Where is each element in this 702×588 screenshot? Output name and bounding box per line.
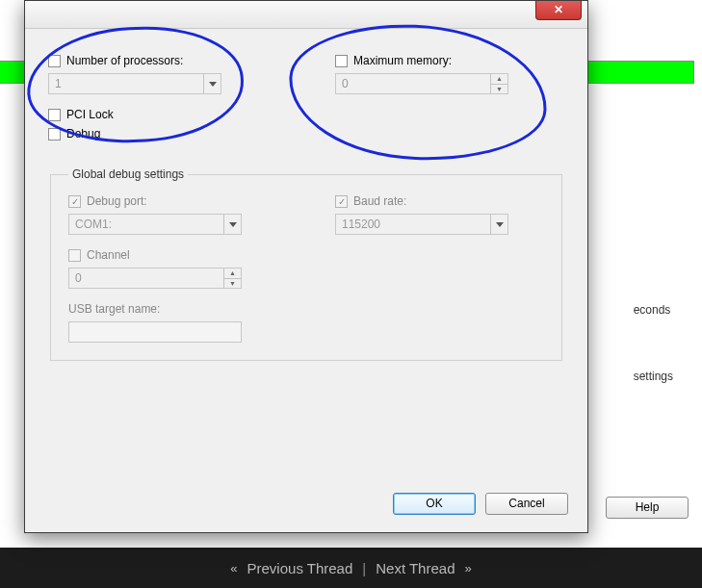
global-debug-settings-group: Global debug settings ✓ Debug port: COM1… <box>50 167 562 361</box>
chevron-down-icon <box>203 74 221 93</box>
baud-rate-checkbox: ✓ <box>335 195 348 208</box>
pci-lock-label: PCI Lock <box>66 108 114 121</box>
usb-target-input <box>68 321 242 343</box>
parent-right-fragments: econds settings <box>634 303 673 436</box>
pci-lock-checkbox[interactable] <box>48 109 61 121</box>
boot-advanced-options-dialog: ✕ Number of processors: 1 PCI Lock <box>24 0 588 533</box>
double-chevron-left-icon: « <box>230 561 237 575</box>
parent-help-button[interactable]: Help <box>606 497 689 519</box>
channel-checkbox <box>68 249 81 262</box>
num-processors-value: 1 <box>55 77 62 90</box>
cancel-button[interactable]: Cancel <box>485 493 568 515</box>
num-processors-combo[interactable]: 1 <box>48 73 221 94</box>
spinner-down-icon: ▼ <box>224 279 241 289</box>
debug-checkbox[interactable] <box>48 128 61 141</box>
parent-left-fragments: t Tech (C ed o ns l bo inir lter ctiv et… <box>0 28 11 394</box>
spinner-down-icon[interactable]: ▼ <box>491 85 507 94</box>
spinner-up-icon[interactable]: ▲ <box>491 74 507 85</box>
channel-label: Channel <box>87 248 130 262</box>
chevron-down-icon <box>490 215 507 234</box>
debug-port-checkbox: ✓ <box>68 195 81 208</box>
prev-thread-link[interactable]: Previous Thread <box>247 560 353 576</box>
global-debug-legend: Global debug settings <box>68 167 188 181</box>
next-thread-link[interactable]: Next Thread <box>376 560 455 576</box>
debug-port-combo: COM1: <box>68 214 242 235</box>
channel-value: 0 <box>75 271 82 285</box>
max-memory-checkbox[interactable] <box>335 55 348 67</box>
double-chevron-right-icon: » <box>464 561 471 575</box>
dialog-close-button[interactable]: ✕ <box>535 1 582 20</box>
separator: | <box>362 560 366 576</box>
thread-nav-bar: « Previous Thread | Next Thread » <box>0 548 702 588</box>
num-processors-label: Number of processors: <box>66 54 183 67</box>
baud-rate-label: Baud rate: <box>353 194 406 208</box>
max-memory-label: Maximum memory: <box>353 54 452 67</box>
usb-target-label: USB target name: <box>68 302 160 316</box>
baud-rate-value: 115200 <box>342 217 380 231</box>
chevron-down-icon <box>223 215 241 234</box>
num-processors-checkbox[interactable] <box>48 55 61 67</box>
max-memory-value: 0 <box>342 77 349 90</box>
dialog-titlebar: ✕ <box>25 1 587 29</box>
baud-rate-combo: 115200 <box>335 214 508 235</box>
max-memory-spinner[interactable]: 0 ▲ ▼ <box>335 73 508 94</box>
debug-port-value: COM1: <box>75 217 112 231</box>
debug-label: Debug <box>66 127 100 141</box>
debug-port-label: Debug port: <box>87 194 147 208</box>
ok-button[interactable]: OK <box>393 493 476 515</box>
spinner-up-icon: ▲ <box>224 268 241 279</box>
channel-spinner: 0 ▲ ▼ <box>68 268 242 289</box>
